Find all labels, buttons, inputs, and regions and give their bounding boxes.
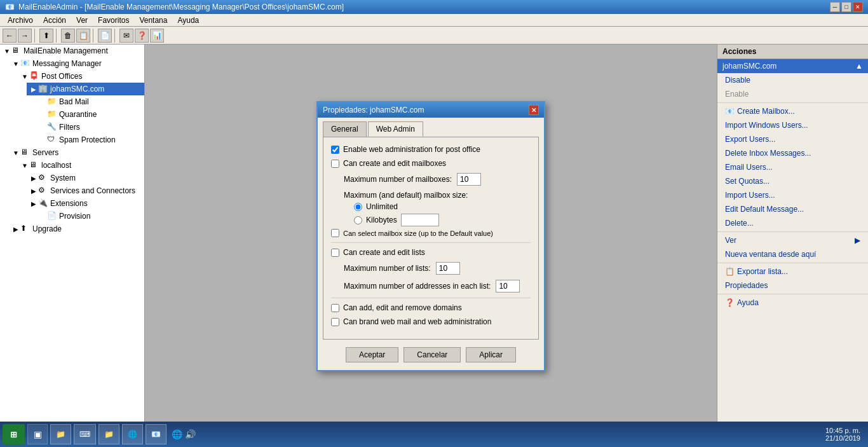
max-lists-input[interactable] xyxy=(436,262,460,275)
action-label-delete: Delete... xyxy=(725,219,754,228)
sidebar-item-johamsmc[interactable]: ▶ 🏢 johamSMC.com xyxy=(27,83,144,95)
window-title: MailEnableAdmin - [MailEnable Management… xyxy=(18,3,344,11)
up-btn[interactable]: ⬆ xyxy=(39,29,53,43)
action-import-windows-users[interactable]: Import Windows Users... xyxy=(717,118,868,132)
start-button[interactable]: ⊞ xyxy=(3,424,25,444)
mailbox-icon: 📧 xyxy=(725,107,735,116)
extensions-icon: 🔌 xyxy=(38,198,48,209)
taskbar-app-browser[interactable]: 🌐 xyxy=(122,424,143,444)
properties-btn[interactable]: 📋 xyxy=(76,29,90,43)
sidebar-label-servers: Servers xyxy=(32,148,58,157)
back-btn[interactable]: ← xyxy=(3,29,17,43)
create-mailboxes-row: Can create and edit mailboxes xyxy=(331,159,531,168)
kilobytes-radio[interactable] xyxy=(354,216,362,224)
max-addresses-input[interactable] xyxy=(496,280,520,292)
action-set-quotas[interactable]: Set Quotas... xyxy=(717,174,868,188)
menu-archivo[interactable]: Archivo xyxy=(3,15,38,26)
add-domains-checkbox[interactable] xyxy=(331,304,339,312)
menu-ventana[interactable]: Ventana xyxy=(134,15,172,26)
menu-favoritos[interactable]: Favoritos xyxy=(93,15,134,26)
actions-domain[interactable]: johamSMC.com ▲ xyxy=(717,59,868,73)
aplicar-button[interactable]: Aplicar xyxy=(466,347,516,362)
max-mailboxes-input[interactable] xyxy=(457,173,481,186)
sidebar-label-services: Services and Connectors xyxy=(50,186,135,195)
window-controls: ─ □ ✕ xyxy=(830,2,863,12)
sidebar-item-upgrade[interactable]: ▶ ⬆ Upgrade xyxy=(9,223,144,235)
menu-bar: Archivo Acción Ver Favoritos Ventana Ayu… xyxy=(0,14,868,27)
create-lists-checkbox[interactable] xyxy=(331,249,339,257)
sidebar-item-postoffices[interactable]: ▼ 📮 Post Offices xyxy=(18,70,144,83)
sidebar-item-system[interactable]: ▶ ⚙ System xyxy=(27,172,144,184)
delete-btn[interactable]: 🗑 xyxy=(61,29,75,43)
title-bar: 📧 MailEnableAdmin - [MailEnable Manageme… xyxy=(0,0,868,14)
action-delete[interactable]: Delete... xyxy=(717,216,868,230)
kilobytes-input[interactable] xyxy=(401,214,439,226)
menu-ayuda[interactable]: Ayuda xyxy=(172,15,204,26)
taskbar-app-mail[interactable]: 📧 xyxy=(146,424,166,444)
toolbar-sep-3 xyxy=(93,29,95,43)
action-disable[interactable]: Disable xyxy=(717,73,868,87)
taskview-btn[interactable]: ▣ xyxy=(27,424,48,444)
create-mailboxes-checkbox[interactable] xyxy=(331,160,339,168)
right-panel: Propiedades: johamSMC.com ✕ General Web … xyxy=(145,45,717,428)
newwindow-btn[interactable]: 📄 xyxy=(98,29,112,43)
unlimited-radio[interactable] xyxy=(354,203,362,211)
action-nueva-ventana[interactable]: Nueva ventana desde aquí xyxy=(717,247,868,261)
sidebar-item-badmail[interactable]: 📁 Bad Mail xyxy=(36,95,144,108)
action-create-mailbox[interactable]: 📧 Create Mailbox... xyxy=(717,104,868,118)
action-export-users[interactable]: Export Users... xyxy=(717,132,868,146)
action-label-enable: Enable xyxy=(725,90,749,99)
taskbar-app-folder[interactable]: 📁 xyxy=(98,424,119,444)
taskbar-app-cmd[interactable]: ⌨ xyxy=(74,424,96,444)
action-ayuda[interactable]: ❓ Ayuda xyxy=(717,296,868,310)
create-lists-label: Can create and edit lists xyxy=(343,248,425,257)
sidebar-item-messagingmgr[interactable]: ▼ 📧 Messaging Manager xyxy=(9,57,144,70)
action-edit-default-msg[interactable]: Edit Default Message... xyxy=(717,202,868,216)
report-btn[interactable]: 📊 xyxy=(150,29,164,43)
email-btn[interactable]: ✉ xyxy=(119,29,133,43)
sidebar-item-extensions[interactable]: ▶ 🔌 Extensions xyxy=(27,197,144,210)
exportar-icon: 📋 xyxy=(725,267,735,276)
dialog-close-btn[interactable]: ✕ xyxy=(529,105,539,115)
help-btn[interactable]: ❓ xyxy=(135,29,149,43)
dialog-tabs: General Web Admin xyxy=(318,118,544,137)
aceptar-button[interactable]: Aceptar xyxy=(346,347,398,362)
maximize-btn[interactable]: □ xyxy=(841,2,851,12)
action-ver[interactable]: Ver ▶ xyxy=(717,233,868,247)
cancelar-button[interactable]: Cancelar xyxy=(403,347,461,362)
action-propiedades[interactable]: Propiedades xyxy=(717,279,868,292)
sidebar-label-johamsmc: johamSMC.com xyxy=(50,85,104,93)
menu-accion[interactable]: Acción xyxy=(38,15,71,26)
sidebar-item-localhost[interactable]: ▼ 🖥 localhost xyxy=(18,159,144,172)
sidebar-item-filters[interactable]: 🔧 Filters xyxy=(36,121,144,134)
browser-icon: 🌐 xyxy=(128,430,137,439)
sidebar-label-provision: Provision xyxy=(59,212,90,221)
enable-webadmin-checkbox[interactable] xyxy=(331,146,339,154)
menu-ver[interactable]: Ver xyxy=(71,15,93,26)
sidebar-item-mailenablemgmt[interactable]: ▼ 🖥 MailEnable Management xyxy=(0,45,144,57)
sidebar-item-servers[interactable]: ▼ 🖥 Servers xyxy=(9,146,144,159)
app-icon: 📧 xyxy=(5,3,15,11)
action-exportar-lista[interactable]: 📋 Exportar lista... xyxy=(717,265,868,279)
johamsmc-icon: 🏢 xyxy=(38,84,48,94)
max-mailbox-size-label-row: Maximum (and default) mailbox size: xyxy=(331,191,531,200)
close-btn[interactable]: ✕ xyxy=(853,2,863,12)
forward-btn[interactable]: → xyxy=(18,29,32,43)
taskbar: ⊞ ▣ 📁 ⌨ 📁 🌐 📧 🌐 🔊 10:45 p. m. 21/10/2019 xyxy=(0,422,868,447)
toggle-icon: ▼ xyxy=(20,73,29,80)
select-mailbox-size-checkbox[interactable] xyxy=(331,229,339,237)
taskbar-app-file-explorer[interactable]: 📁 xyxy=(50,424,71,444)
minimize-btn[interactable]: ─ xyxy=(830,2,840,12)
sidebar-item-quarantine[interactable]: 📁 Quarantine xyxy=(36,108,144,121)
action-import-users[interactable]: Import Users... xyxy=(717,188,868,202)
tab-webadmin[interactable]: Web Admin xyxy=(368,121,423,137)
action-email-users[interactable]: Email Users... xyxy=(717,160,868,174)
sidebar-item-spamprot[interactable]: 🛡 Spam Protection xyxy=(36,134,144,146)
brand-checkbox[interactable] xyxy=(331,318,339,326)
create-mailboxes-label: Can create and edit mailboxes xyxy=(343,159,446,168)
sidebar-item-provision[interactable]: 📄 Provision xyxy=(36,210,144,223)
action-delete-inbox[interactable]: Delete Inbox Messages... xyxy=(717,146,868,160)
separator-2 xyxy=(331,298,531,298)
tab-general[interactable]: General xyxy=(323,121,367,137)
sidebar-item-services[interactable]: ▶ ⚙ Services and Connectors xyxy=(27,184,144,197)
